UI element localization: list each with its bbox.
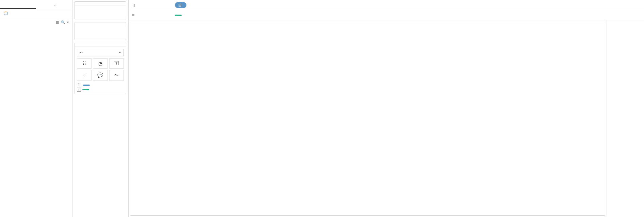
- tab-data[interactable]: [0, 0, 36, 9]
- viz-column: ⫼ ⊞ ≡: [129, 0, 644, 217]
- filters-card-header: [75, 22, 126, 26]
- mark-label-button[interactable]: T: [109, 58, 124, 69]
- mark-tooltip-button[interactable]: 💬: [93, 70, 108, 81]
- search-icon[interactable]: 🔍: [61, 20, 65, 24]
- filters-card[interactable]: [75, 22, 126, 40]
- line-mark-icon: 〰: [79, 50, 83, 55]
- chevron-down-icon: ▼: [118, 51, 121, 54]
- label-icon: T: [114, 61, 119, 65]
- sheet-title[interactable]: [130, 22, 605, 25]
- marks-card-header: [75, 43, 126, 47]
- measures-header: [0, 212, 72, 215]
- detail-icon: ⁘: [77, 72, 91, 78]
- tooltip-icon: 💬: [93, 72, 107, 78]
- shelf-panel: 〰 ▼ ⠿ ◔ T ⁘ 💬 〜 ⠿ T: [72, 0, 129, 217]
- data-panel: ⌄ ▥ 🔍 ▾: [0, 0, 72, 217]
- mark-type-select[interactable]: 〰 ▼: [77, 49, 124, 56]
- tab-analytics[interactable]: ⌄: [36, 0, 72, 9]
- legend-pane: [607, 20, 644, 217]
- datasource-icon: [3, 11, 8, 16]
- size-icon: ◔: [93, 61, 107, 66]
- mark-size-button[interactable]: ◔: [93, 58, 108, 69]
- label-shelf-icon: T: [77, 88, 81, 92]
- pill-sum-units[interactable]: [175, 15, 182, 16]
- pages-card-header: [75, 2, 126, 5]
- mark-detail-button[interactable]: ⁘: [77, 70, 92, 81]
- plus-icon: ⊞: [178, 3, 182, 7]
- pill-region[interactable]: [83, 85, 90, 86]
- svg-point-0: [4, 12, 8, 13]
- legend-title: [610, 22, 641, 25]
- mark-color-button[interactable]: ⠿: [77, 58, 92, 69]
- chart-canvas[interactable]: [130, 22, 605, 216]
- measures-list: [0, 215, 72, 217]
- color-shelf-icon: ⠿: [77, 83, 82, 88]
- mark-path-button[interactable]: 〜: [109, 70, 124, 81]
- dimensions-header: ▥ 🔍 ▾: [0, 18, 72, 25]
- menu-caret-icon[interactable]: ▾: [67, 20, 69, 24]
- columns-shelf[interactable]: ⫼ ⊞: [129, 0, 644, 10]
- chart-svg: [132, 25, 603, 216]
- tab-analytics-caret-icon: ⌄: [54, 3, 56, 6]
- rows-icon: ≡: [132, 13, 134, 18]
- rows-shelf[interactable]: ≡: [129, 10, 644, 20]
- view-as-icon[interactable]: ▥: [56, 20, 59, 24]
- marks-card: 〰 ▼ ⠿ ◔ T ⁘ 💬 〜 ⠿ T: [75, 43, 126, 94]
- data-analytics-tabs: ⌄: [0, 0, 72, 9]
- pages-card[interactable]: [75, 1, 126, 19]
- pill-sum-unit-price[interactable]: [82, 89, 89, 90]
- datasource-row[interactable]: [0, 9, 72, 18]
- columns-icon: ⫼: [132, 3, 136, 7]
- path-icon: 〜: [110, 72, 123, 78]
- color-icon: ⠿: [77, 61, 91, 66]
- pill-month-order-date[interactable]: ⊞: [175, 2, 186, 8]
